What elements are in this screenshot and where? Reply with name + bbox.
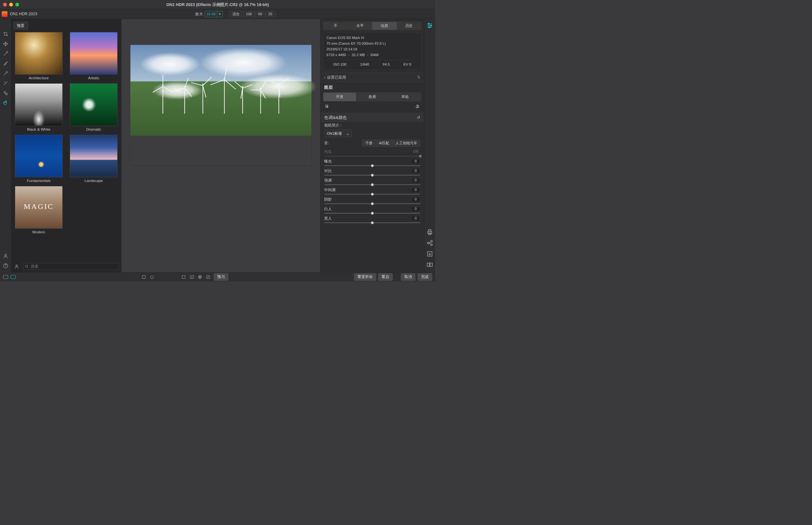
compare-circle-icon[interactable] xyxy=(149,274,154,279)
tab-histogram[interactable]: 不 xyxy=(323,22,348,30)
slider-value[interactable]: 0 xyxy=(411,206,420,211)
view-mode-a[interactable] xyxy=(3,275,8,279)
slider-track[interactable] xyxy=(324,175,420,176)
preset-search[interactable] xyxy=(23,263,119,270)
settings-applied-accordion[interactable]: › 设置已应用 ⇅ xyxy=(320,73,424,82)
preset-item-fundamentals[interactable]: Fundamentals xyxy=(14,135,64,183)
zoom-dropdown-icon[interactable]: ▾ xyxy=(217,11,223,17)
slider-thumb[interactable] xyxy=(371,221,374,224)
presets-panel: 预置 Architecture Artistic Black & White D… xyxy=(11,19,121,272)
user-icon[interactable] xyxy=(2,252,9,259)
reset-icon[interactable] xyxy=(415,104,419,110)
zoom-value[interactable]: 16.68 xyxy=(205,12,217,16)
mask-tool-icon[interactable] xyxy=(2,80,9,87)
clip-warning-icon[interactable] xyxy=(206,274,211,279)
canvas-area[interactable]: placeholder for static decoration xyxy=(121,19,320,272)
reset-all-button[interactable]: 重置所有 xyxy=(354,273,376,281)
slider-track[interactable] xyxy=(324,165,420,166)
dual-view-icon[interactable] xyxy=(426,261,433,268)
slider-value[interactable]: 0 xyxy=(411,159,420,164)
slider-shadows[interactable]: 阴影0 xyxy=(324,197,420,204)
wand-tool-icon[interactable] xyxy=(2,50,9,57)
tone-color-header[interactable]: 色调&&颜色 ↺ xyxy=(320,112,424,122)
maximize-window-button[interactable] xyxy=(15,2,19,6)
slider-blacks[interactable]: 黑人0 xyxy=(324,216,420,223)
sliders-panel-icon[interactable] xyxy=(426,22,433,29)
softproof-icon[interactable] xyxy=(197,274,202,279)
hand-tool-icon[interactable] xyxy=(2,100,9,106)
compare-square-icon[interactable] xyxy=(141,274,146,279)
preset-item-modern[interactable]: Modern xyxy=(14,186,64,234)
footer-icon-text[interactable]: A xyxy=(189,274,194,279)
cancel-button[interactable]: 取消 xyxy=(401,273,415,281)
slider-value[interactable]: 0 xyxy=(411,197,420,202)
zoom-fit-button[interactable]: 适合 xyxy=(229,11,243,17)
favorite-icon[interactable] xyxy=(14,264,20,269)
slider-whites[interactable]: 白人0 xyxy=(324,206,420,214)
zoom-50-button[interactable]: 50 xyxy=(255,11,265,17)
slider-thumb[interactable] xyxy=(371,202,374,206)
preset-item-bw[interactable]: Black & White xyxy=(14,84,64,132)
done-button[interactable]: 完成 xyxy=(417,273,432,281)
export-panel-icon[interactable] xyxy=(426,251,433,257)
slider-contrast[interactable]: 对比0 xyxy=(324,168,420,176)
slider-value[interactable]: 0 xyxy=(411,188,420,192)
zoom-100-button[interactable]: 100 xyxy=(243,11,255,17)
view-mode-b[interactable] xyxy=(11,275,16,279)
crop-tool-icon[interactable] xyxy=(2,30,9,37)
presets-chip[interactable]: 预置 xyxy=(14,22,28,29)
auto-manual-button[interactable]: 手册 xyxy=(362,140,375,147)
slider-track[interactable] xyxy=(324,204,420,204)
slider-midtones[interactable]: 中间调0 xyxy=(324,188,420,195)
print-icon[interactable] xyxy=(426,228,433,235)
heal-tool-icon[interactable] xyxy=(2,70,9,77)
move-tool-icon[interactable] xyxy=(2,41,9,47)
brush-tool-icon[interactable] xyxy=(2,60,9,67)
zoom-25-button[interactable]: 25 xyxy=(265,11,275,17)
zoom-field[interactable]: 16.68 ▾ xyxy=(205,11,223,17)
preview-button[interactable]: 预习 xyxy=(214,273,228,281)
close-window-button[interactable] xyxy=(3,2,7,6)
auto-row: 音: 手册 AI匹配 人工智能汽车 xyxy=(324,139,420,147)
slider-track[interactable] xyxy=(324,194,420,195)
auto-aimatch-button[interactable]: AI匹配 xyxy=(376,140,393,147)
preset-item-architecture[interactable]: Architecture xyxy=(14,32,64,80)
preset-label: Modern xyxy=(32,230,45,234)
slider-value[interactable]: 0 xyxy=(411,216,420,221)
share-icon[interactable] xyxy=(426,240,433,246)
preset-item-dramatic[interactable]: Dramatic xyxy=(69,84,119,132)
slider-track[interactable] xyxy=(324,184,420,185)
slider-value[interactable]: 0 xyxy=(411,178,420,183)
tab-level[interactable]: 水平 xyxy=(348,22,372,30)
minimize-window-button[interactable] xyxy=(9,2,13,6)
preset-item-artistic[interactable]: Artistic xyxy=(69,32,119,80)
reset-section-icon[interactable]: ↺ xyxy=(417,115,420,120)
link-tool-icon[interactable] xyxy=(2,90,9,96)
slider-thumb[interactable] xyxy=(371,174,374,177)
chevron-right-icon: › xyxy=(324,75,325,79)
layer-tab-develop[interactable]: 开发 xyxy=(323,93,356,101)
layer-tab-effects[interactable]: 效果 xyxy=(356,93,388,101)
help-icon[interactable] xyxy=(2,262,9,269)
slider-thumb[interactable] xyxy=(371,183,374,186)
preset-search-input[interactable] xyxy=(30,264,117,269)
slider-exposure[interactable]: 曝光0 xyxy=(324,159,420,166)
tab-info[interactable]: 信息 xyxy=(372,22,397,30)
slider-track[interactable] xyxy=(324,223,420,223)
slider-thumb[interactable] xyxy=(371,164,374,167)
auto-aiauto-button[interactable]: 人工智能汽车 xyxy=(393,140,420,147)
restart-button[interactable]: 重启 xyxy=(378,273,393,281)
export-icon[interactable] xyxy=(325,104,329,110)
slider-track[interactable] xyxy=(324,213,420,214)
preset-item-landscape[interactable]: Landscape xyxy=(69,135,119,183)
slider-value[interactable]: 0 xyxy=(411,168,420,174)
slider-thumb[interactable] xyxy=(371,193,374,196)
footer-icon-a[interactable] xyxy=(181,274,186,279)
slider-label: 对比 xyxy=(324,168,332,174)
camera-profile-dropdown[interactable]: ON1标准 ⌄ xyxy=(324,130,352,137)
tab-history[interactable]: 历史 xyxy=(397,22,421,30)
svg-point-5 xyxy=(25,265,28,267)
slider-thumb[interactable] xyxy=(371,212,374,215)
slider-highlights[interactable]: 强调0 xyxy=(324,178,420,185)
layer-tab-local[interactable]: 本地 xyxy=(388,93,421,101)
